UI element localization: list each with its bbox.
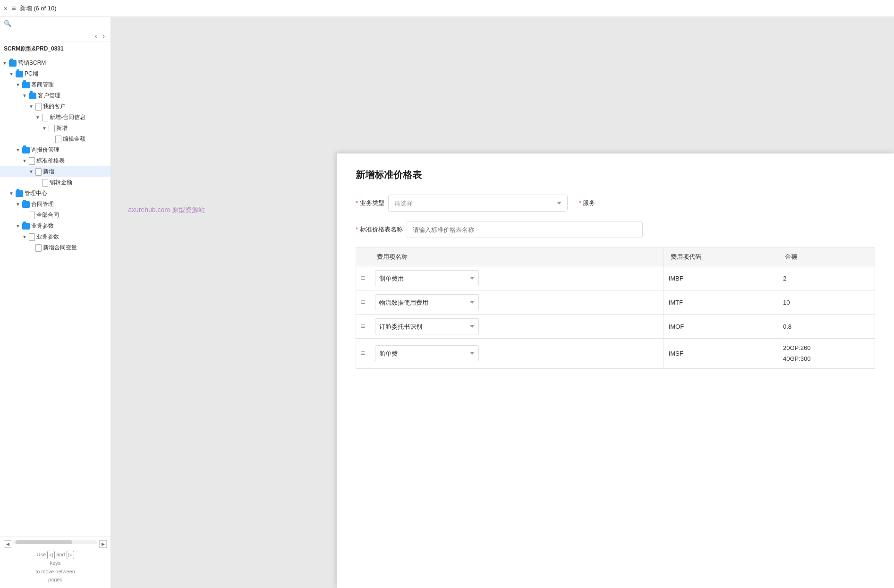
tree-item-yewu-page[interactable]: ▼ 业务参数 — [0, 231, 111, 242]
tree-label: 新增 — [56, 124, 68, 132]
tree-item-quanbu[interactable]: 全部合同 — [0, 210, 111, 221]
fee-code-cell: IMBF — [664, 266, 778, 290]
page-icon — [35, 103, 42, 111]
drag-handle[interactable]: ≡ — [356, 266, 370, 290]
page-icon — [29, 157, 35, 165]
service-label: 服务 — [579, 199, 596, 207]
expand-arrow: ▼ — [15, 223, 21, 229]
page-icon — [42, 114, 48, 121]
tree-label: 我的客户 — [43, 102, 66, 111]
form-field-service: 服务 — [579, 199, 596, 207]
tree-item-biaozhun[interactable]: ▼ 标准价格表 — [0, 155, 111, 166]
expand-arrow: ▼ — [2, 60, 8, 66]
fee-amount-cell: 20GP:26040GP:300 — [778, 339, 875, 369]
table-row: ≡订舱委托书识别IMOF0.8 — [356, 315, 875, 339]
fee-amount-cell: 2 — [778, 266, 875, 290]
page-title: 新增 (6 of 10) — [20, 4, 57, 13]
nav-next-icon[interactable]: › — [101, 31, 107, 41]
drag-handle[interactable]: ≡ — [356, 339, 370, 369]
expand-arrow: ▼ — [22, 158, 27, 164]
sidebar-navigation-hint: Use ◁ and ▷ keys to move between pages — [4, 551, 107, 584]
expand-arrow: ▼ — [15, 82, 21, 88]
drag-handle[interactable]: ≡ — [356, 315, 370, 339]
page-icon — [29, 233, 35, 241]
price-table-name-input[interactable] — [407, 221, 643, 238]
tree-item-guanli[interactable]: ▼ 管理中心 — [0, 188, 111, 199]
search-icon: 🔍 — [4, 20, 11, 27]
expand-arrow: ▼ — [28, 104, 34, 110]
tree-label: 编辑金额 — [50, 179, 72, 187]
business-type-label: 业务类型 — [356, 199, 384, 207]
fee-name-cell[interactable]: 制单费用 — [370, 266, 664, 290]
tree-item-yingxiaoscrm[interactable]: ▼ 营销SCRM — [0, 58, 111, 68]
nav-prev-icon[interactable]: ‹ — [93, 31, 99, 41]
expand-arrow: ▼ — [9, 191, 14, 196]
fee-name-select[interactable]: 舱单费 — [375, 345, 479, 361]
fee-name-cell[interactable]: 舱单费 — [370, 339, 664, 369]
tree-label: 全部合同 — [36, 211, 59, 219]
sidebar-tree: ▼ 营销SCRM ▼ PC端 ▼ 客商管理 ▼ 客户管理 — [0, 56, 111, 536]
close-icon[interactable]: × — [4, 5, 8, 12]
tree-item-xunbaojia[interactable]: ▼ 询报价管理 — [0, 145, 111, 155]
project-root[interactable]: SCRM原型&PRD_0831 — [0, 42, 111, 56]
search-input[interactable] — [13, 20, 107, 27]
table-row: ≡制单费用IMBF2 — [356, 266, 875, 290]
tree-item-xinjia-hetong[interactable]: ▼ 新增-合同信息 — [0, 112, 111, 123]
tree-item-bianjijine1[interactable]: 编辑金额 — [0, 134, 111, 145]
scroll-left-button[interactable]: ◀ — [4, 540, 11, 548]
tree-item-mykehu[interactable]: ▼ 我的客户 — [0, 101, 111, 112]
fee-name-select[interactable]: 订舱委托书识别 — [375, 318, 479, 334]
page-icon — [29, 212, 35, 219]
project-name-label: SCRM原型&PRD_0831 — [4, 45, 64, 53]
tree-label: PC端 — [25, 70, 38, 78]
tree-label: 新增 — [43, 168, 54, 176]
tree-label: 客户管理 — [38, 92, 60, 100]
tree-item-yewu-folder[interactable]: ▼ 业务参数 — [0, 221, 111, 231]
tree-item-hetong[interactable]: ▼ 合同管理 — [0, 199, 111, 210]
tree-item-xinjia-sub[interactable]: ▼ 新增 — [0, 123, 111, 134]
tree-item-keshang[interactable]: ▼ 客商管理 — [0, 79, 111, 90]
tree-item-kehu[interactable]: ▼ 客户管理 — [0, 90, 111, 101]
tree-label: 管理中心 — [25, 189, 47, 197]
fee-table: 费用项名称 费用项代码 金额 ≡制单费用IMBF2≡物流数据使用费用IMTF10… — [356, 247, 875, 369]
expand-arrow: ▼ — [22, 234, 27, 240]
sidebar-nav-arrows: ‹ › — [0, 30, 111, 42]
expand-arrow: ▼ — [22, 93, 27, 99]
business-type-select[interactable]: 请选择 — [388, 195, 568, 212]
tree-item-pc[interactable]: ▼ PC端 — [0, 68, 111, 79]
fee-code-cell: IMTF — [664, 290, 778, 315]
fee-name-cell[interactable]: 物流数据使用费用 — [370, 290, 664, 315]
tree-label: 新增-合同信息 — [50, 113, 85, 121]
table-row: ≡舱单费IMSF20GP:26040GP:300 — [356, 339, 875, 369]
top-bar: × ≡ 新增 (6 of 10) — [0, 0, 894, 17]
expand-arrow: ▼ — [28, 169, 34, 175]
folder-icon — [16, 71, 23, 77]
page-icon — [49, 125, 55, 132]
folder-icon — [16, 190, 23, 197]
form-row-name: 标准价格表名称 — [356, 221, 875, 238]
tree-label: 业务参数 — [36, 233, 59, 241]
tree-item-xinjia-selected[interactable]: ▼ 新增 — [0, 166, 111, 177]
table-col-amount: 金额 — [778, 248, 875, 266]
table-row: ≡物流数据使用费用IMTF10 — [356, 290, 875, 315]
fee-amount-cell: 10 — [778, 290, 875, 315]
folder-icon — [22, 82, 30, 88]
page-icon — [42, 179, 48, 187]
fee-name-select[interactable]: 制单费用 — [375, 270, 479, 286]
horizontal-scrollbar[interactable] — [13, 540, 97, 544]
expand-arrow: ▼ — [35, 115, 41, 120]
drag-handle[interactable]: ≡ — [356, 290, 370, 315]
folder-icon — [22, 223, 30, 230]
tree-label: 合同管理 — [31, 200, 54, 208]
expand-arrow: ▼ — [42, 126, 47, 131]
tree-item-xinjia-bianliang[interactable]: 新增合同变量 — [0, 242, 111, 253]
price-table-name-label: 标准价格表名称 — [356, 225, 403, 234]
fee-name-cell[interactable]: 订舱委托书识别 — [370, 315, 664, 339]
fee-name-select[interactable]: 物流数据使用费用 — [375, 294, 479, 310]
tree-item-bianjijine2[interactable]: 编辑金额 — [0, 177, 111, 188]
sidebar-bottom: ◀ ▶ Use ◁ and ▷ keys to move between pag… — [0, 536, 111, 588]
expand-arrow: ▼ — [15, 147, 21, 153]
scroll-right-button[interactable]: ▶ — [99, 540, 107, 548]
tree-label: 询报价管理 — [31, 146, 60, 154]
menu-icon[interactable]: ≡ — [11, 4, 16, 13]
